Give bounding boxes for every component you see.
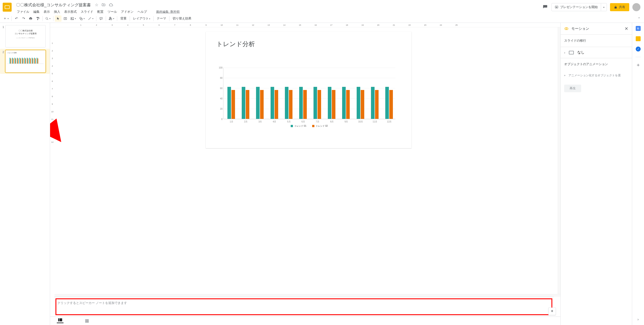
svg-rect-12 xyxy=(86,321,86,322)
textbox-tool[interactable] xyxy=(62,16,69,22)
svg-rect-11 xyxy=(87,319,88,320)
close-panel-icon[interactable]: ✕ xyxy=(624,26,628,31)
main-area: 1 〇〇株式会社様 コンサルティング提案書 △△コンサルティング株式会社 2 ト… xyxy=(0,23,644,325)
add-animation-row[interactable]: ＋ アニメーション化するオブジェクトを選 xyxy=(560,70,632,81)
collapse-toolbar-icon[interactable]: ⌃ xyxy=(638,17,640,20)
cloud-status-icon[interactable] xyxy=(109,3,113,7)
svg-rect-10 xyxy=(86,319,86,320)
svg-point-1 xyxy=(46,17,48,19)
vertical-ruler: 1234567891011121314 xyxy=(50,27,54,297)
shape-tool[interactable] xyxy=(78,16,86,22)
transition-type-row[interactable]: › なし xyxy=(560,47,632,58)
menu-edit[interactable]: 編集 xyxy=(32,9,41,15)
share-button[interactable]: 共有 xyxy=(610,3,629,11)
slides-logo[interactable] xyxy=(3,3,12,12)
new-slide-button[interactable]: ＋ xyxy=(2,16,10,22)
slide-icon xyxy=(569,51,574,54)
menu-bar: ファイル 編集 表示 挿入 表示形式 スライド 配置 ツール アドオン ヘルプ … xyxy=(15,9,542,15)
canvas-area: 1234567891011121314151617181920212223242… xyxy=(50,23,560,297)
transition-button[interactable]: 切り替え効果 xyxy=(171,17,193,21)
addons-plus-icon[interactable]: ＋ xyxy=(636,63,641,67)
grid-view-icon[interactable] xyxy=(84,319,90,323)
menu-arrange[interactable]: 配置 xyxy=(96,9,105,15)
zoom-button[interactable] xyxy=(44,16,52,22)
slide-thumb-1[interactable]: 〇〇株式会社様 コンサルティング提案書 △△コンサルティング株式会社 xyxy=(5,25,46,48)
thumb-number: 2 xyxy=(1,50,4,73)
svg-rect-9 xyxy=(60,318,62,321)
view-bar xyxy=(50,316,560,325)
annotation-highlight xyxy=(56,298,552,315)
line-tool[interactable] xyxy=(86,16,95,22)
plus-icon: ＋ xyxy=(563,73,566,78)
avatar[interactable] xyxy=(632,3,640,11)
print-button[interactable] xyxy=(27,16,34,22)
undo-button[interactable]: ↶ xyxy=(13,16,20,22)
layout-button[interactable]: レイアウト xyxy=(131,17,152,21)
svg-rect-6 xyxy=(81,18,82,20)
add-animation-label: アニメーション化するオブジェクトを選 xyxy=(568,73,621,78)
play-button[interactable]: 再生 xyxy=(564,85,581,92)
select-tool[interactable] xyxy=(55,16,62,22)
share-label: 共有 xyxy=(619,5,625,9)
thumb-number: 1 xyxy=(1,25,4,48)
tasks-icon[interactable] xyxy=(636,47,641,52)
side-panel-rail: 31 ＋ › xyxy=(632,23,644,325)
horizontal-ruler: 1234567891011121314151617181920212223242… xyxy=(50,23,560,27)
menu-file[interactable]: ファイル xyxy=(15,9,31,15)
chart[interactable]: 0204060801001月2月3月4月5月6月7月8月9月10月11月12月 … xyxy=(216,68,395,130)
menu-addons[interactable]: アドオン xyxy=(120,9,135,15)
menu-view[interactable]: 表示 xyxy=(42,9,52,15)
document-title[interactable]: 〇〇株式会社様_コンサルティング提案書 xyxy=(15,2,92,8)
object-animation-section: オブジェクトのアニメーション xyxy=(560,58,632,70)
theme-button[interactable]: テーマ xyxy=(155,17,168,21)
present-button[interactable]: プレゼンテーションを開始 ▾ xyxy=(552,3,607,11)
comments-icon[interactable] xyxy=(542,4,548,10)
slide-thumb-2[interactable]: トレンド分析 xyxy=(5,50,46,73)
vertical-scrollbar[interactable] xyxy=(558,27,560,294)
slide-canvas[interactable]: トレンド分析 0204060801001月2月3月4月5月6月7月8月9月10月… xyxy=(206,32,412,148)
last-edit-link[interactable]: 最終編集: 数秒前 xyxy=(156,10,180,14)
present-dropdown[interactable]: ▾ xyxy=(601,3,607,11)
header: 〇〇株式会社様_コンサルティング提案書 ☆ ファイル 編集 表示 挿入 表示形式… xyxy=(0,0,644,14)
transition-value: なし xyxy=(577,50,584,55)
menu-tools[interactable]: ツール xyxy=(106,9,118,15)
svg-rect-13 xyxy=(87,321,88,322)
motion-title: モーション xyxy=(571,27,622,31)
slide-title[interactable]: トレンド分析 xyxy=(206,32,412,48)
speaker-notes[interactable]: クリックするとスピーカー ノートを追加できます xyxy=(54,297,554,316)
menu-format[interactable]: 表示形式 xyxy=(62,9,78,15)
paint-format-button[interactable] xyxy=(34,16,41,22)
play-icon xyxy=(555,5,558,9)
toolbar: ＋ ↶ ↷ あ 背景 レイアウト テーマ 切り替え効果 ⌃ xyxy=(0,14,644,23)
menu-insert[interactable]: 挿入 xyxy=(52,9,62,15)
move-folder-icon[interactable] xyxy=(102,3,106,7)
horizontal-scrollbar[interactable] xyxy=(54,294,560,297)
star-icon[interactable]: ☆ xyxy=(95,3,98,8)
filmstrip-view-icon[interactable] xyxy=(57,319,64,323)
svg-point-5 xyxy=(80,17,82,19)
input-tool[interactable]: あ xyxy=(107,16,116,22)
present-label: プレゼンテーションを開始 xyxy=(560,5,598,9)
keep-icon[interactable] xyxy=(636,36,641,41)
lock-icon xyxy=(614,6,617,9)
filmstrip: 1 〇〇株式会社様 コンサルティング提案書 △△コンサルティング株式会社 2 ト… xyxy=(0,23,50,325)
calendar-icon[interactable]: 31 xyxy=(636,26,641,31)
motion-icon xyxy=(564,27,569,31)
svg-rect-8 xyxy=(58,318,59,321)
redo-button[interactable]: ↷ xyxy=(20,16,27,22)
background-button[interactable]: 背景 xyxy=(118,17,128,21)
explore-button[interactable] xyxy=(548,307,556,315)
comment-tool[interactable] xyxy=(98,16,104,22)
collapse-rail-icon[interactable]: › xyxy=(636,317,641,322)
slide-transition-section: スライドの移行 xyxy=(560,35,632,47)
menu-slide[interactable]: スライド xyxy=(79,9,95,15)
chevron-right-icon: › xyxy=(564,51,565,54)
image-tool[interactable] xyxy=(69,16,77,22)
motion-panel: モーション ✕ スライドの移行 › なし オブジェクトのアニメーション ＋ アニ… xyxy=(560,23,632,325)
menu-help[interactable]: ヘルプ xyxy=(136,9,148,15)
